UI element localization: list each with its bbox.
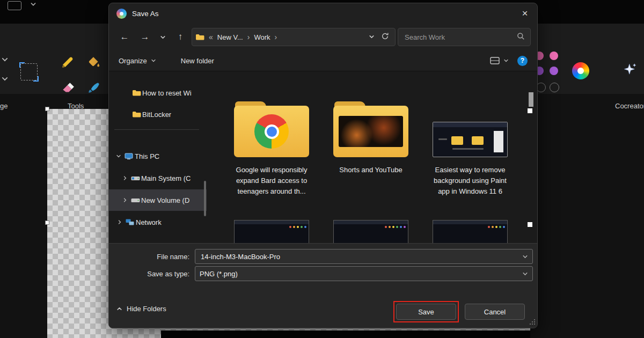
image-group-label: ge — [0, 102, 8, 110]
drive-icon — [129, 197, 141, 203]
recent-locations-chevron-down-icon[interactable] — [156, 28, 169, 46]
sidebar-item-label: Network — [136, 218, 162, 226]
hide-folders-button[interactable]: Hide Folders — [116, 305, 166, 313]
folder-icon — [195, 33, 204, 41]
chevron-down-icon[interactable] — [114, 153, 123, 159]
file-item-label: Google will responsibly expand Bard acce… — [231, 165, 312, 197]
rectangle-select-icon[interactable] — [20, 63, 38, 80]
chevron-down-icon[interactable] — [1, 56, 10, 64]
sidebar-item-this-pc[interactable]: This PC — [109, 145, 207, 167]
back-button[interactable]: ← — [115, 28, 134, 46]
color-swatch[interactable] — [550, 67, 558, 75]
chevron-down-icon — [522, 271, 528, 277]
selection-handle[interactable] — [45, 107, 49, 111]
network-icon — [124, 218, 136, 226]
organize-label: Organize — [119, 57, 147, 65]
file-list-scrollbar-thumb[interactable] — [529, 92, 533, 107]
file-item-partial[interactable] — [234, 220, 309, 243]
selection-handle[interactable] — [45, 221, 49, 225]
breadcrumb-separator: › — [246, 33, 251, 41]
fill-tool[interactable] — [80, 49, 106, 75]
file-item-partial[interactable] — [433, 220, 508, 243]
sidebar-item-folder[interactable]: BitLocker — [109, 104, 207, 125]
chevron-down-icon — [503, 58, 509, 63]
selection-handle[interactable] — [528, 108, 532, 113]
color-swatch[interactable] — [550, 52, 558, 60]
eraser-tool[interactable] — [55, 75, 80, 101]
color-picker-wheel-icon[interactable] — [572, 62, 589, 79]
sidebar-item-folder[interactable]: How to reset Wi — [109, 82, 207, 104]
refresh-icon[interactable] — [378, 32, 392, 42]
file-name-box — [195, 249, 533, 264]
paint-app-icon — [116, 9, 127, 19]
address-bar[interactable]: « New V... › Work › — [192, 28, 396, 46]
chevron-down-icon[interactable] — [1, 75, 10, 84]
brush-tool[interactable] — [80, 75, 106, 101]
chrome-logo-icon — [254, 114, 289, 149]
video-thumbnail — [339, 116, 403, 147]
navigation-pane: How to reset Wi BitLocker This PC — [109, 71, 207, 243]
resize-grip[interactable] — [530, 318, 536, 326]
pencil-icon — [61, 55, 75, 69]
new-folder-button[interactable]: New folder — [181, 57, 214, 65]
cancel-button[interactable]: Cancel — [465, 304, 525, 320]
sidebar-item-label: BitLocker — [142, 111, 171, 119]
save-as-dialog: Save As × ← → ↑ « New V... › Work › — [108, 3, 538, 328]
help-button[interactable]: ? — [517, 56, 528, 66]
search-input[interactable] — [404, 33, 513, 42]
view-mode-button[interactable] — [490, 56, 509, 65]
search-icon[interactable] — [517, 32, 525, 42]
sidebar-item-label: How to reset Wi — [142, 89, 192, 97]
chevron-right-icon[interactable] — [121, 197, 129, 203]
cocreator-label: Cocreator — [615, 102, 644, 110]
drive-icon — [129, 175, 141, 181]
dialog-title: Save As — [132, 10, 159, 18]
save-type-select[interactable]: PNG (*.png) — [195, 266, 533, 281]
color-swatch-empty[interactable] — [550, 83, 559, 92]
sidebar-item-drive-c[interactable]: Main System (C — [109, 167, 207, 189]
chevron-down-icon[interactable] — [522, 254, 528, 260]
forward-button[interactable]: → — [136, 28, 154, 46]
brush-icon — [86, 81, 100, 95]
tools-group — [55, 49, 106, 101]
selection-handle[interactable] — [528, 222, 532, 227]
fill-bucket-icon — [86, 55, 100, 69]
dialog-navbar: ← → ↑ « New V... › Work › — [109, 24, 537, 50]
search-box — [398, 28, 531, 46]
address-dropdown-chevron-down-icon[interactable] — [369, 33, 375, 41]
breadcrumb-item[interactable]: Work — [254, 33, 270, 41]
cocreator-sparkle-icon[interactable] — [623, 62, 638, 79]
file-name-input[interactable] — [200, 252, 519, 261]
chevron-right-icon[interactable] — [121, 175, 129, 181]
chevron-down-icon — [151, 58, 156, 63]
file-item-label: Shorts and YouTube — [331, 165, 411, 175]
file-item-partial[interactable] — [333, 220, 408, 243]
save-annotation-highlight — [393, 301, 459, 322]
pencil-tool[interactable] — [55, 49, 80, 75]
close-button[interactable]: × — [513, 3, 537, 24]
save-fields: File name: Save as type: PNG (*.png) — [109, 243, 537, 293]
breadcrumb-overflow[interactable]: « — [208, 33, 214, 41]
file-item-folder[interactable]: Google will responsibly expand Bard acce… — [231, 95, 312, 197]
chevron-up-icon — [116, 306, 122, 312]
up-button[interactable]: ↑ — [171, 28, 189, 46]
paint-titlebar-icon[interactable] — [8, 1, 21, 10]
folder-icon — [333, 101, 408, 157]
sidebar-scrollbar-thumb[interactable] — [204, 181, 206, 216]
file-item-image[interactable]: Easiest way to remove background using P… — [430, 95, 510, 197]
sidebar-item-network[interactable]: Network — [109, 211, 207, 233]
folder-icon — [130, 111, 142, 118]
file-item-label: Easiest way to remove background using P… — [430, 165, 510, 197]
chevron-down-icon[interactable] — [30, 1, 36, 9]
chevron-right-icon[interactable] — [115, 219, 124, 225]
sidebar-item-drive-d[interactable]: New Volume (D — [109, 189, 207, 211]
monitor-icon — [123, 152, 135, 160]
organize-button[interactable]: Organize — [119, 57, 156, 65]
new-folder-label: New folder — [181, 57, 214, 65]
folder-icon — [130, 89, 142, 97]
image-thumbnail — [433, 122, 508, 157]
breadcrumb-item[interactable]: New V... — [217, 33, 243, 41]
dialog-toolbar: Organize New folder ? — [109, 50, 537, 71]
dialog-titlebar: Save As × — [109, 3, 537, 24]
file-item-folder[interactable]: Shorts and YouTube — [331, 95, 411, 175]
